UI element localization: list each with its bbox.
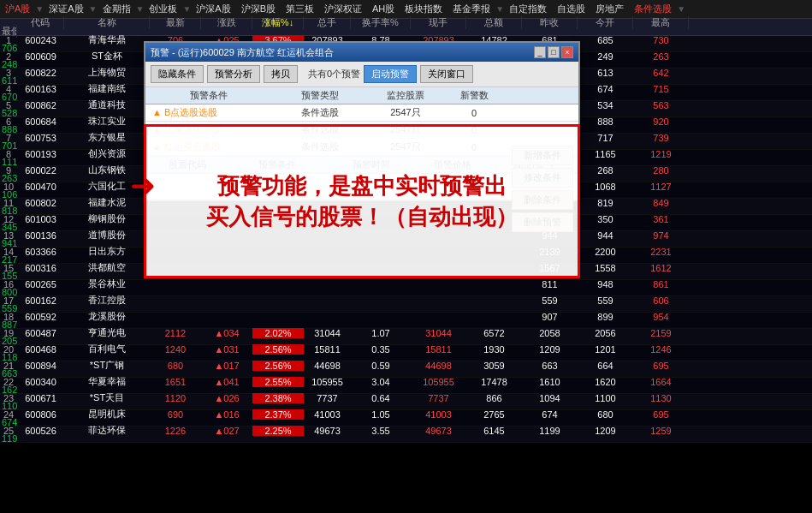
cell-2: 柳钢股份 (64, 212, 150, 225)
col-high: 最高 (633, 16, 689, 29)
cell-8: 7737 (411, 393, 466, 403)
cell-2: 创兴资源 (64, 147, 150, 160)
cell-3: 690 (150, 409, 201, 420)
nav-hushen-a[interactable]: 沪深A股 (191, 1, 235, 17)
annotation-box: 预警功能，是盘中实时预警出 买入信号的股票！（自动出现） (144, 124, 580, 278)
nav-fund[interactable]: 基金季报 (447, 1, 495, 17)
cell-2: 百利电气 (64, 343, 150, 355)
col-code: 代码 (17, 16, 64, 29)
col-pct[interactable]: 涨幅%↓ (252, 16, 304, 29)
stock-row[interactable]: 25600526菲达环保1226▲0272.25%496733.55496736… (0, 427, 812, 443)
analyze-btn[interactable]: 预警分析 (207, 65, 260, 83)
dialog-minimize[interactable]: _ (534, 46, 546, 58)
cell-12: 1664 (633, 377, 689, 387)
warning-status: 共有0个预警 (308, 68, 360, 81)
nav-ah[interactable]: AH股 (367, 1, 400, 17)
cell-8: 44698 (411, 361, 466, 371)
nav-custom-index[interactable]: 自定指数 (504, 1, 552, 17)
cell-8: 49673 (411, 426, 466, 436)
cell-3: 1120 (150, 393, 201, 403)
cell-7: 3.55 (351, 426, 411, 436)
cell-5: 2.02% (252, 328, 304, 338)
cell-11: 948 (578, 279, 633, 289)
wh-empty (508, 89, 577, 102)
col-name: 名称 (64, 16, 150, 29)
close-window-btn[interactable]: 关闭窗口 (420, 65, 473, 83)
cell-12: 920 (633, 116, 689, 127)
cell-12: 695 (633, 409, 689, 420)
cell-2: 日出东方 (64, 245, 150, 258)
nav-shenzhen-a[interactable]: 深证A股 (44, 1, 88, 17)
nav-third-board[interactable]: 第三板 (281, 1, 319, 17)
cell-10: 663 (522, 361, 578, 371)
cell-6: 105955 (304, 377, 351, 387)
hide-condition-btn[interactable]: 隐藏条件 (151, 65, 204, 83)
cell-2: 亨通光电 (64, 326, 150, 339)
annotation-line2: 买入信号的股票！（自动出现） (206, 204, 518, 230)
nav-sector[interactable]: 板块指数 (400, 1, 447, 17)
cell-10: 674 (522, 409, 578, 420)
cell-12: 642 (633, 68, 689, 78)
start-warning-btn[interactable]: 启动预警 (364, 65, 417, 83)
cell-11: 350 (578, 214, 633, 224)
cell-12: 1259 (633, 426, 689, 436)
cell-9: 6145 (466, 426, 522, 436)
cell-2: 福建南纸 (64, 82, 150, 95)
cell-11: 268 (578, 165, 633, 176)
nav-condition[interactable]: 条件选股 (629, 1, 677, 17)
cell-2: 华夏幸福 (64, 375, 150, 388)
nav-futures[interactable]: 金期指 (98, 1, 136, 17)
cell-4: ▲027 (201, 426, 252, 436)
cell-11: 717 (578, 133, 633, 143)
arrow-left-icon: ➜ (130, 168, 156, 204)
cell-1: 600193 (17, 149, 64, 159)
wh-stocks: 监控股票 (371, 89, 440, 102)
nav-watchlist[interactable]: 自选股 (552, 1, 590, 17)
cell-12: 563 (633, 100, 689, 110)
cell-3: 1651 (150, 377, 201, 387)
cell-2: 珠江实业 (64, 115, 150, 128)
annotation-text: 预警功能，是盘中实时预警出 买入信号的股票！（自动出现） (206, 170, 518, 233)
cell-2: 香江控股 (64, 294, 150, 307)
cell-12: 849 (633, 198, 689, 208)
cell-12: 861 (633, 279, 689, 289)
nav-realty[interactable]: 房地产 (590, 1, 629, 17)
cell-5: 2.56% (252, 344, 304, 355)
cell-1: 600487 (17, 328, 64, 338)
nav-hushen-b[interactable]: 沪深B股 (236, 1, 281, 17)
cell-4: ▲026 (201, 393, 252, 403)
nav-shanghai-a[interactable]: 沪A股 (0, 1, 35, 17)
cell-12: 1130 (633, 393, 689, 403)
cell-4: ▲016 (201, 409, 252, 420)
cell-11: 1068 (578, 182, 633, 192)
cell-12: 730 (633, 35, 689, 45)
copy-btn[interactable]: 拷贝 (264, 65, 298, 83)
cell-12: 1246 (633, 344, 689, 355)
cell-12: 280 (633, 165, 689, 176)
cell-5: 2.38% (252, 393, 304, 403)
warn-row-1[interactable]: ▲ B点选股选股 条件选股 2547只 0 (145, 104, 578, 122)
nav-chuangye[interactable]: 创业板 (144, 1, 182, 17)
cell-5: 2.56% (252, 361, 304, 371)
dialog-maximize[interactable]: □ (548, 46, 560, 58)
cell-12: 695 (633, 361, 689, 371)
cell-2: 景谷林业 (64, 277, 150, 290)
cell-1: 600592 (17, 312, 64, 322)
cell-4: ▲034 (201, 328, 252, 338)
cell-7: 0.64 (351, 393, 411, 403)
dialog-close[interactable]: × (561, 46, 573, 58)
cell-7: 0.59 (351, 361, 411, 371)
cell-11: 1165 (578, 149, 633, 159)
nav-warrants[interactable]: 沪深权证 (319, 1, 367, 17)
cell-6: 31044 (304, 328, 351, 338)
cell-7: 1.07 (351, 328, 411, 338)
cell-1: 600609 (17, 51, 64, 62)
col-vol: 总手 (304, 16, 351, 29)
cell-12: 2159 (633, 328, 689, 338)
cell-3: 680 (150, 361, 201, 371)
cell-11: 888 (578, 116, 633, 127)
dialog-titlebar: 预警 - (运行)600029 南方航空 红运机会组合 _ □ × (145, 43, 578, 62)
cell-10: 559 (522, 295, 578, 306)
cell-10: 2058 (522, 328, 578, 338)
cell-5: 2.25% (252, 426, 304, 436)
